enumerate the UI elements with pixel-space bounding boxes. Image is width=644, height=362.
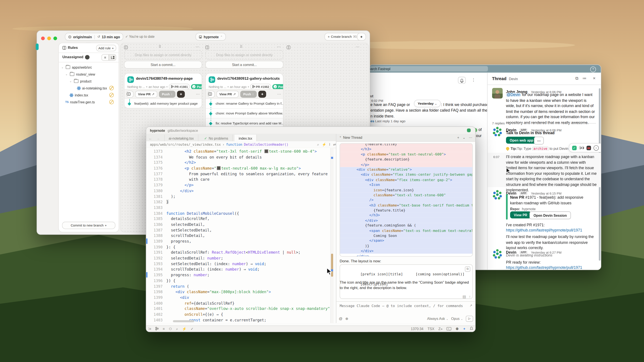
tab-ai-notetaking[interactable]: ai-notetaking.tsx	[164, 135, 198, 142]
toggle-diff-icon[interactable]: ⇌	[333, 142, 336, 147]
tree-folder-product[interactable]: ⌄product	[60, 77, 117, 84]
code-line[interactable]: 1381 );	[146, 193, 333, 199]
channel-kebab-icon[interactable]: ⋮	[472, 77, 476, 82]
lane-collapse-icon[interactable]	[286, 46, 290, 49]
thread-replies-link[interactable]: es Last reply 1 day ago	[370, 119, 406, 123]
card-menu[interactable]: ⋯	[196, 92, 200, 96]
quick-action-status-icon[interactable]: ⚡	[182, 327, 186, 331]
tab-index-tsx[interactable]: index.tsx	[235, 135, 257, 142]
code-line[interactable]: 1373 <h2 className="text-3xl font-serif …	[146, 149, 333, 154]
scroll-up-icon[interactable]: ↑	[469, 295, 471, 299]
filter-list-icon[interactable]: ≔	[582, 76, 586, 80]
quick-actions-icon[interactable]: ⚡	[322, 142, 326, 147]
pr-badge[interactable]: PR #1981	[169, 84, 190, 89]
code-line[interactable]: 1393 setSelectedDetail: (index: number) …	[146, 261, 333, 267]
thread-history-icon[interactable]: ⌄	[462, 135, 466, 140]
view-pr-button[interactable]: View PR ↗	[216, 90, 238, 97]
code-line[interactable]: 1394 scrollToDetail: (index: number) ⇒ v…	[146, 267, 333, 272]
thread-channel[interactable]: Devin	[509, 77, 518, 81]
code-line[interactable]: 1379 </p>	[146, 182, 333, 188]
code-line[interactable]: 1396}) {	[146, 278, 333, 283]
code-line[interactable]: 1375 </h2>	[146, 160, 333, 165]
commit-row[interactable]: chore: move Prompt Gallery above Workflo…	[206, 108, 283, 118]
language-indicator[interactable]: TSX	[428, 327, 434, 331]
pr-link[interactable]: https://github.com/fastrepl/hyprnote/pul…	[506, 228, 582, 233]
editor-scrollbar[interactable]	[330, 148, 334, 323]
dropzone[interactable]: Drop files to assign or commit directly	[124, 50, 202, 59]
ai-commit-button[interactable]: ✦	[258, 90, 266, 97]
new-thread-icon[interactable]: +	[457, 135, 459, 140]
lane-menu[interactable]: ⋯	[277, 45, 280, 50]
start-commit-button[interactable]: Start a commit...	[205, 61, 283, 69]
code-line[interactable]: 1391 detailsScrollRef: React.RefObject<H…	[146, 250, 333, 255]
custom-reaction-icon[interactable]	[586, 145, 591, 150]
devin-mention[interactable]: @Devin	[506, 93, 521, 97]
outline-panel-icon[interactable]: ≡	[163, 327, 165, 331]
diagnostics-status-icon[interactable]: ✓	[190, 327, 193, 331]
assign-button[interactable]	[126, 90, 134, 97]
eyes-reaction-icon[interactable]	[579, 146, 584, 149]
view-pr-button[interactable]: View PR ↗	[135, 90, 157, 97]
editor-branch-name[interactable]: gitbutler/workspace	[168, 129, 198, 133]
code-line[interactable]: 1392 selectedDetail: number;	[146, 255, 333, 261]
code-line[interactable]: 1383	[146, 205, 333, 210]
model-select[interactable]: Opus ⌄	[451, 316, 463, 321]
code-line[interactable]: 1378 with care	[146, 177, 333, 182]
pr-badge[interactable]: PR #1982	[250, 84, 271, 89]
mention-icon[interactable]: @	[339, 316, 343, 321]
code-line[interactable]: 1384function DetailsMobileCarousel({	[146, 210, 333, 216]
cursor-position[interactable]: 1370:34	[411, 327, 424, 331]
search-status-icon[interactable]: ⌕	[176, 327, 178, 331]
code-line[interactable]: 1399 <div	[146, 295, 333, 300]
inline-assist-icon[interactable]: I	[329, 142, 330, 147]
tree-file-ai-notetaking[interactable]: ai-notetaking.tsx	[60, 84, 117, 91]
copilot-icon[interactable]: Z»	[438, 327, 442, 331]
devin-avatar[interactable]	[492, 189, 503, 200]
check-reaction-icon[interactable]: ✓	[572, 145, 577, 150]
permission-mode-select[interactable]: Always Ask ⌄	[427, 316, 448, 321]
nav-forward-icon[interactable]: →	[156, 135, 162, 142]
horizontal-scrollbar[interactable]	[173, 320, 194, 322]
ci-status-badge[interactable]: ✓Passed	[272, 84, 283, 89]
code-line[interactable]: 1389 progress,	[146, 238, 333, 244]
code-line[interactable]: 1377 From powerful editing to seamless o…	[146, 171, 333, 177]
project-panel-icon[interactable]: ⫶≡	[148, 327, 151, 331]
minimize-window-button[interactable]	[47, 36, 51, 40]
slack-search-input[interactable]: Search Fastrepl	[368, 66, 488, 71]
list-view-toggle[interactable]: ≡	[102, 54, 109, 61]
code-line[interactable]: 1402 onScroll={(e) ⇒ {	[146, 312, 333, 317]
john-avatar[interactable]	[492, 88, 503, 99]
expand-input-icon[interactable]: ↗	[470, 304, 472, 308]
diagnostics-indicator[interactable]: ✓No problems	[200, 135, 233, 142]
assign-button[interactable]	[208, 90, 215, 97]
edge-handle[interactable]	[36, 43, 38, 50]
commit-row[interactable]: feat(web): add memory layer product page	[124, 99, 202, 108]
editor-title-bar[interactable]: hyprnote gitbutler/workspace	[146, 127, 475, 134]
close-window-button[interactable]	[41, 36, 45, 40]
scrollbar-thumb[interactable]	[331, 254, 333, 277]
notification-bell-icon[interactable]	[470, 327, 473, 331]
card-menu[interactable]: ⋯	[277, 92, 281, 96]
lane-drag-handle[interactable]: ⠿	[240, 45, 242, 50]
project-switcher[interactable]: hyprnote ⌃	[196, 33, 226, 41]
lane-drag-handle[interactable]: ⠿	[158, 45, 161, 50]
lane-menu[interactable]: ⋯	[356, 45, 359, 50]
devin-avatar[interactable]	[492, 126, 503, 137]
send-button[interactable]: ▷	[466, 316, 473, 322]
tree-folder-apps-web-src[interactable]: ⌄apps/web/src	[60, 64, 117, 70]
buffer-search-icon[interactable]: ⌕	[317, 142, 319, 147]
branch-name[interactable]: devin/1764380749-memory-page	[136, 76, 198, 80]
commit-row[interactable]: chore: rename Gallery to Prompt Gallery …	[206, 99, 283, 108]
dropzone[interactable]: Drop files to assign or commit directly	[205, 50, 283, 59]
tree-folder-routes-view[interactable]: ⌄routes/_view	[60, 70, 117, 77]
tree-file-routetree[interactable]: TS routeTree.gen.ts	[60, 99, 117, 105]
start-commit-button[interactable]: Start a commit...	[124, 61, 202, 69]
zoom-window-button[interactable]	[54, 36, 57, 40]
agent-menu-icon[interactable]: ⋯	[469, 135, 472, 140]
remote-status-pill[interactable]: origin/main │ ↺ 13 min ago	[65, 33, 124, 41]
add-rule-button[interactable]: Add rule +	[96, 45, 116, 51]
copy-code-icon[interactable]: ⧉	[465, 267, 470, 272]
open-web-app-button[interactable]: Open web app	[506, 137, 537, 144]
code-line[interactable]: 1387 setSelectedDetail,	[146, 227, 333, 233]
nav-back-icon[interactable]: ←	[146, 135, 155, 142]
